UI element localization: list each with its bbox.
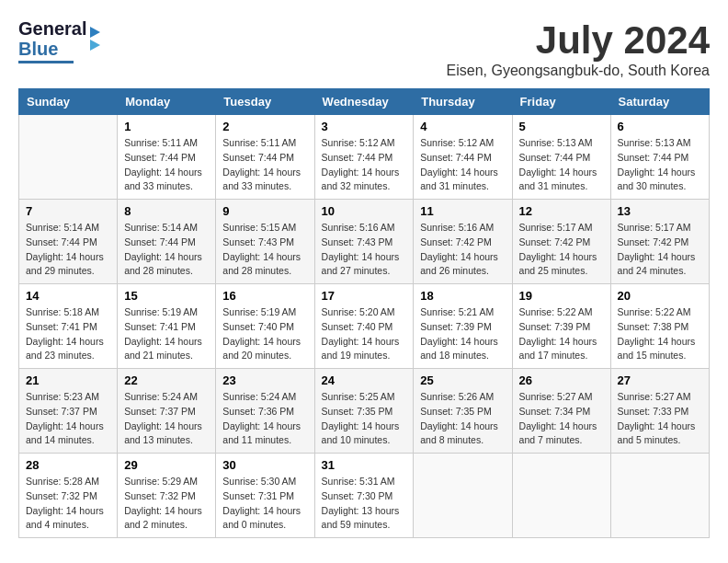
day-info: Sunrise: 5:13 AMSunset: 7:44 PMDaylight:… bbox=[618, 136, 702, 194]
day-number: 7 bbox=[26, 204, 110, 218]
day-info: Sunrise: 5:24 AMSunset: 7:37 PMDaylight:… bbox=[124, 390, 209, 448]
col-header-saturday: Saturday bbox=[610, 89, 709, 115]
day-info: Sunrise: 5:14 AMSunset: 7:44 PMDaylight:… bbox=[26, 221, 110, 279]
day-number: 12 bbox=[519, 204, 604, 218]
calendar-cell: 5Sunrise: 5:13 AMSunset: 7:44 PMDaylight… bbox=[512, 115, 610, 200]
day-info: Sunrise: 5:22 AMSunset: 7:39 PMDaylight:… bbox=[519, 305, 604, 363]
calendar-cell bbox=[414, 454, 512, 538]
calendar-cell bbox=[610, 454, 709, 538]
day-info: Sunrise: 5:19 AMSunset: 7:40 PMDaylight:… bbox=[222, 305, 307, 363]
day-number: 20 bbox=[618, 289, 702, 303]
calendar-cell: 15Sunrise: 5:19 AMSunset: 7:41 PMDayligh… bbox=[118, 284, 216, 369]
month-year-title: July 2024 bbox=[447, 18, 710, 63]
col-header-wednesday: Wednesday bbox=[314, 89, 414, 115]
calendar-cell: 16Sunrise: 5:19 AMSunset: 7:40 PMDayligh… bbox=[216, 284, 314, 369]
calendar-cell: 4Sunrise: 5:12 AMSunset: 7:44 PMDaylight… bbox=[414, 115, 512, 200]
calendar-cell: 22Sunrise: 5:24 AMSunset: 7:37 PMDayligh… bbox=[118, 369, 216, 454]
day-info: Sunrise: 5:17 AMSunset: 7:42 PMDaylight:… bbox=[519, 221, 604, 279]
calendar-cell: 9Sunrise: 5:15 AMSunset: 7:43 PMDaylight… bbox=[216, 200, 314, 284]
day-info: Sunrise: 5:11 AMSunset: 7:44 PMDaylight:… bbox=[124, 136, 209, 194]
calendar-cell bbox=[512, 454, 610, 538]
calendar-header: SundayMondayTuesdayWednesdayThursdayFrid… bbox=[19, 89, 710, 115]
calendar-cell: 13Sunrise: 5:17 AMSunset: 7:42 PMDayligh… bbox=[610, 200, 709, 284]
day-number: 31 bbox=[322, 458, 407, 472]
week-row-4: 28Sunrise: 5:28 AMSunset: 7:32 PMDayligh… bbox=[19, 454, 710, 538]
day-number: 27 bbox=[618, 373, 702, 387]
calendar-cell: 2Sunrise: 5:11 AMSunset: 7:44 PMDaylight… bbox=[216, 115, 314, 200]
calendar-cell: 18Sunrise: 5:21 AMSunset: 7:39 PMDayligh… bbox=[414, 284, 512, 369]
day-info: Sunrise: 5:13 AMSunset: 7:44 PMDaylight:… bbox=[519, 136, 604, 194]
day-number: 21 bbox=[26, 373, 110, 387]
location-subtitle: Eisen, Gyeongsangbuk-do, South Korea bbox=[447, 63, 710, 79]
day-number: 11 bbox=[420, 204, 505, 218]
logo-arrow-top bbox=[90, 27, 100, 38]
calendar-cell: 19Sunrise: 5:22 AMSunset: 7:39 PMDayligh… bbox=[512, 284, 610, 369]
day-number: 5 bbox=[519, 120, 604, 133]
calendar-cell: 30Sunrise: 5:30 AMSunset: 7:31 PMDayligh… bbox=[216, 454, 314, 538]
logo: General Blue bbox=[18, 18, 100, 63]
day-number: 14 bbox=[26, 289, 110, 303]
header-row: SundayMondayTuesdayWednesdayThursdayFrid… bbox=[19, 89, 710, 115]
day-info: Sunrise: 5:27 AMSunset: 7:34 PMDaylight:… bbox=[519, 390, 604, 448]
calendar-cell: 21Sunrise: 5:23 AMSunset: 7:37 PMDayligh… bbox=[19, 369, 118, 454]
col-header-monday: Monday bbox=[118, 89, 216, 115]
day-info: Sunrise: 5:12 AMSunset: 7:44 PMDaylight:… bbox=[420, 136, 505, 194]
day-number: 2 bbox=[222, 120, 307, 133]
calendar-cell: 6Sunrise: 5:13 AMSunset: 7:44 PMDaylight… bbox=[610, 115, 709, 200]
day-info: Sunrise: 5:12 AMSunset: 7:44 PMDaylight:… bbox=[322, 136, 407, 194]
day-number: 15 bbox=[124, 289, 209, 303]
day-number: 17 bbox=[322, 289, 407, 303]
day-number: 13 bbox=[618, 204, 702, 218]
day-info: Sunrise: 5:25 AMSunset: 7:35 PMDaylight:… bbox=[322, 390, 407, 448]
calendar-cell: 26Sunrise: 5:27 AMSunset: 7:34 PMDayligh… bbox=[512, 369, 610, 454]
day-number: 4 bbox=[420, 120, 505, 133]
calendar-cell: 11Sunrise: 5:16 AMSunset: 7:42 PMDayligh… bbox=[414, 200, 512, 284]
day-number: 19 bbox=[519, 289, 604, 303]
day-info: Sunrise: 5:23 AMSunset: 7:37 PMDaylight:… bbox=[26, 390, 110, 448]
day-info: Sunrise: 5:17 AMSunset: 7:42 PMDaylight:… bbox=[618, 221, 702, 279]
calendar-cell: 27Sunrise: 5:27 AMSunset: 7:33 PMDayligh… bbox=[610, 369, 709, 454]
col-header-tuesday: Tuesday bbox=[216, 89, 314, 115]
week-row-3: 21Sunrise: 5:23 AMSunset: 7:37 PMDayligh… bbox=[19, 369, 710, 454]
calendar-cell: 10Sunrise: 5:16 AMSunset: 7:43 PMDayligh… bbox=[314, 200, 414, 284]
day-info: Sunrise: 5:30 AMSunset: 7:31 PMDaylight:… bbox=[222, 475, 307, 533]
day-number: 24 bbox=[322, 373, 407, 387]
day-number: 8 bbox=[124, 204, 209, 218]
day-info: Sunrise: 5:21 AMSunset: 7:39 PMDaylight:… bbox=[420, 305, 505, 363]
day-number: 1 bbox=[124, 120, 209, 133]
day-number: 29 bbox=[124, 458, 209, 472]
day-info: Sunrise: 5:18 AMSunset: 7:41 PMDaylight:… bbox=[26, 305, 110, 363]
calendar-cell: 1Sunrise: 5:11 AMSunset: 7:44 PMDaylight… bbox=[118, 115, 216, 200]
day-info: Sunrise: 5:28 AMSunset: 7:32 PMDaylight:… bbox=[26, 475, 110, 533]
day-info: Sunrise: 5:16 AMSunset: 7:43 PMDaylight:… bbox=[322, 221, 407, 279]
day-info: Sunrise: 5:15 AMSunset: 7:43 PMDaylight:… bbox=[222, 221, 307, 279]
day-number: 30 bbox=[222, 458, 307, 472]
day-info: Sunrise: 5:14 AMSunset: 7:44 PMDaylight:… bbox=[124, 221, 209, 279]
calendar-cell: 20Sunrise: 5:22 AMSunset: 7:38 PMDayligh… bbox=[610, 284, 709, 369]
day-number: 18 bbox=[420, 289, 505, 303]
day-info: Sunrise: 5:19 AMSunset: 7:41 PMDaylight:… bbox=[124, 305, 209, 363]
day-number: 23 bbox=[222, 373, 307, 387]
col-header-sunday: Sunday bbox=[19, 89, 118, 115]
day-info: Sunrise: 5:16 AMSunset: 7:42 PMDaylight:… bbox=[420, 221, 505, 279]
calendar-cell: 14Sunrise: 5:18 AMSunset: 7:41 PMDayligh… bbox=[19, 284, 118, 369]
day-info: Sunrise: 5:29 AMSunset: 7:32 PMDaylight:… bbox=[124, 475, 209, 533]
logo-underline bbox=[18, 61, 74, 63]
day-number: 28 bbox=[26, 458, 110, 472]
calendar-cell: 17Sunrise: 5:20 AMSunset: 7:40 PMDayligh… bbox=[314, 284, 414, 369]
header: General Blue July 2024 Eisen, Gyeongsang… bbox=[18, 18, 710, 79]
calendar-cell: 3Sunrise: 5:12 AMSunset: 7:44 PMDaylight… bbox=[314, 115, 414, 200]
calendar-cell: 25Sunrise: 5:26 AMSunset: 7:35 PMDayligh… bbox=[414, 369, 512, 454]
logo-blue: Blue bbox=[18, 39, 86, 59]
day-info: Sunrise: 5:26 AMSunset: 7:35 PMDaylight:… bbox=[420, 390, 505, 448]
calendar-cell: 7Sunrise: 5:14 AMSunset: 7:44 PMDaylight… bbox=[19, 200, 118, 284]
day-info: Sunrise: 5:20 AMSunset: 7:40 PMDaylight:… bbox=[322, 305, 407, 363]
calendar-cell bbox=[19, 115, 118, 200]
day-number: 10 bbox=[322, 204, 407, 218]
week-row-1: 7Sunrise: 5:14 AMSunset: 7:44 PMDaylight… bbox=[19, 200, 710, 284]
day-number: 26 bbox=[519, 373, 604, 387]
calendar-cell: 8Sunrise: 5:14 AMSunset: 7:44 PMDaylight… bbox=[118, 200, 216, 284]
logo-arrow-bottom bbox=[90, 40, 100, 51]
col-header-friday: Friday bbox=[512, 89, 610, 115]
title-area: July 2024 Eisen, Gyeongsangbuk-do, South… bbox=[447, 18, 710, 79]
